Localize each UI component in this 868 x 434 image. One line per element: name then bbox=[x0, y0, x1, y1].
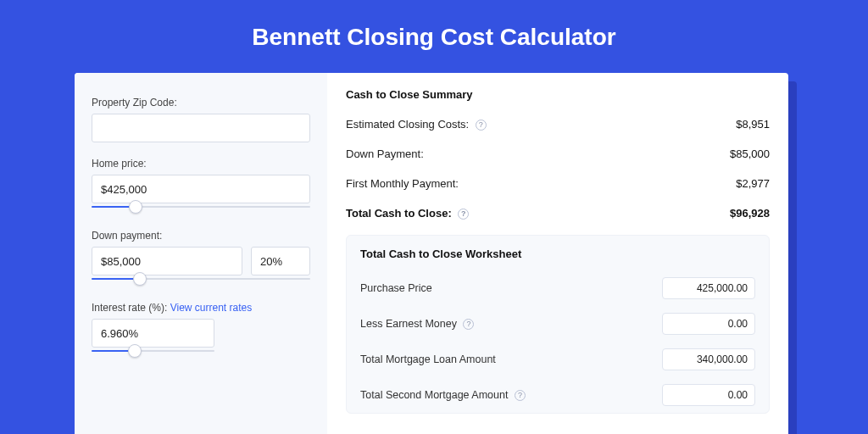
slider-thumb[interactable] bbox=[133, 272, 147, 286]
help-icon[interactable]: ? bbox=[463, 319, 474, 330]
summary-row-closing-costs: Estimated Closing Costs: ? $8,951 bbox=[346, 109, 770, 139]
summary-total-label: Total Cash to Close: ? bbox=[346, 207, 469, 220]
summary-total-value: $96,928 bbox=[730, 207, 770, 220]
inputs-panel: Property Zip Code: Home price: Down paym… bbox=[75, 73, 327, 434]
help-icon[interactable]: ? bbox=[476, 120, 487, 131]
ws-label: Less Earnest Money ? bbox=[360, 318, 474, 330]
interest-label-row: Interest rate (%): View current rates bbox=[92, 302, 310, 314]
zip-label: Property Zip Code: bbox=[92, 97, 310, 108]
summary-label: Down Payment: bbox=[346, 147, 424, 160]
home-price-slider[interactable] bbox=[92, 203, 310, 214]
interest-label: Interest rate (%): bbox=[92, 302, 167, 314]
worksheet-panel: Total Cash to Close Worksheet Purchase P… bbox=[346, 235, 770, 414]
down-payment-pct-input[interactable] bbox=[251, 247, 310, 275]
summary-label: Estimated Closing Costs: ? bbox=[346, 118, 487, 131]
page-title: Bennett Closing Cost Calculator bbox=[0, 0, 868, 70]
summary-value: $85,000 bbox=[730, 147, 770, 160]
ws-row-second-mortgage: Total Second Mortgage Amount ? bbox=[360, 377, 755, 413]
ws-input-purchase-price[interactable] bbox=[662, 277, 755, 299]
summary-value: $2,977 bbox=[736, 177, 770, 190]
slider-thumb[interactable] bbox=[128, 344, 142, 358]
interest-slider[interactable] bbox=[92, 347, 214, 359]
zip-field-group: Property Zip Code: bbox=[92, 97, 310, 142]
summary-heading: Cash to Close Summary bbox=[346, 88, 770, 109]
summary-label: First Monthly Payment: bbox=[346, 177, 459, 190]
summary-row-total: Total Cash to Close: ? $96,928 bbox=[346, 198, 770, 228]
home-price-input[interactable] bbox=[92, 175, 310, 203]
interest-field-group: Interest rate (%): View current rates bbox=[92, 302, 310, 359]
ws-row-earnest-money: Less Earnest Money ? bbox=[360, 306, 755, 342]
calculator-card: Property Zip Code: Home price: Down paym… bbox=[75, 73, 788, 434]
summary-row-down-payment: Down Payment: $85,000 bbox=[346, 139, 770, 169]
zip-input[interactable] bbox=[92, 114, 310, 142]
ws-label-text: Less Earnest Money bbox=[360, 318, 457, 330]
worksheet-heading: Total Cash to Close Worksheet bbox=[360, 248, 755, 260]
ws-input-earnest-money[interactable] bbox=[662, 313, 755, 335]
summary-value: $8,951 bbox=[736, 118, 770, 131]
ws-row-mortgage-amount: Total Mortgage Loan Amount bbox=[360, 342, 755, 377]
ws-input-second-mortgage[interactable] bbox=[662, 384, 755, 406]
summary-total-label-text: Total Cash to Close: bbox=[346, 207, 452, 220]
summary-label-text: Estimated Closing Costs: bbox=[346, 118, 469, 131]
home-price-field-group: Home price: bbox=[92, 158, 310, 214]
ws-label: Total Mortgage Loan Amount bbox=[360, 353, 496, 365]
results-panel: Cash to Close Summary Estimated Closing … bbox=[327, 73, 788, 434]
help-icon[interactable]: ? bbox=[515, 390, 526, 401]
down-payment-input[interactable] bbox=[92, 247, 242, 275]
home-price-label: Home price: bbox=[92, 158, 310, 170]
down-payment-label: Down payment: bbox=[92, 230, 310, 242]
slider-thumb[interactable] bbox=[129, 200, 142, 214]
down-payment-slider[interactable] bbox=[92, 275, 310, 287]
view-rates-link[interactable]: View current rates bbox=[170, 302, 253, 314]
ws-label: Purchase Price bbox=[360, 282, 432, 294]
ws-input-mortgage-amount[interactable] bbox=[662, 348, 755, 370]
help-icon[interactable]: ? bbox=[458, 209, 469, 220]
ws-label: Total Second Mortgage Amount ? bbox=[360, 389, 526, 401]
summary-row-first-payment: First Monthly Payment: $2,977 bbox=[346, 169, 770, 198]
ws-label-text: Total Second Mortgage Amount bbox=[360, 389, 508, 401]
down-payment-field-group: Down payment: bbox=[92, 230, 310, 287]
ws-row-purchase-price: Purchase Price bbox=[360, 270, 755, 306]
interest-input[interactable] bbox=[92, 319, 214, 348]
